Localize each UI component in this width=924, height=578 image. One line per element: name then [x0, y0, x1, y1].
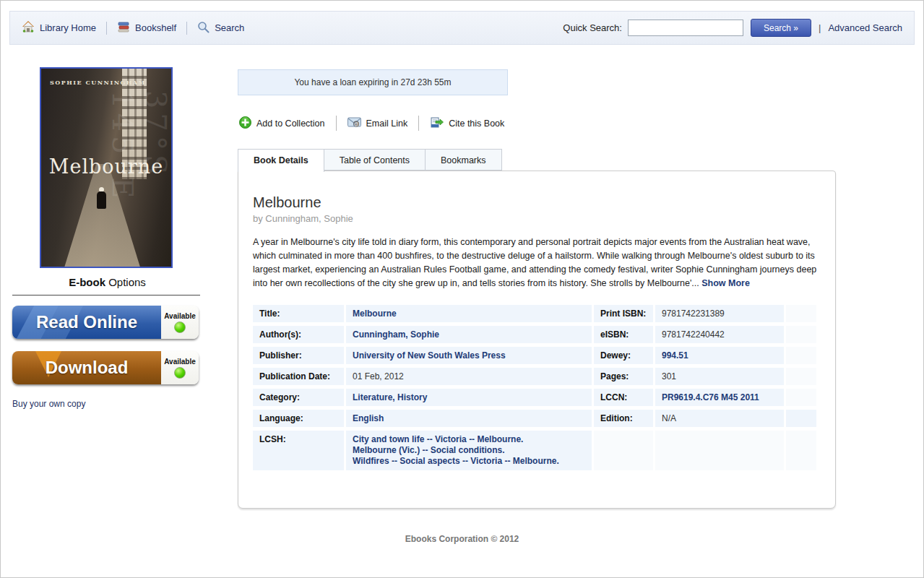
lccn-link[interactable]: PR9619.4.C76 M45 2011 — [662, 392, 759, 402]
table-row: Publication Date: 01 Feb, 2012 Pages: 30… — [253, 368, 816, 385]
cover-author-text: SOPHIE CUNNINGHAM — [50, 79, 146, 86]
detail-tabs: Book Details Table of Contents Bookmarks — [238, 149, 502, 172]
table-row: Publisher: University of New South Wales… — [253, 347, 816, 364]
quick-search-input[interactable] — [628, 20, 743, 36]
field-value-print-isbn: 9781742231389 — [655, 305, 784, 322]
action-divider — [418, 116, 419, 131]
show-more-link[interactable]: Show More — [701, 278, 750, 288]
available-label: Available — [164, 312, 196, 320]
book-metadata-table: Title: Melbourne Print ISBN: 97817422313… — [251, 301, 819, 474]
advanced-search-divider: | — [819, 22, 821, 33]
spacer-cell — [786, 347, 816, 364]
table-row: Title: Melbourne Print ISBN: 97817422313… — [253, 305, 816, 322]
field-value-edition: N/A — [655, 410, 784, 427]
table-row: Language: English Edition: N/A — [253, 410, 816, 427]
svg-text:@: @ — [353, 121, 358, 126]
download-button-body: Download — [12, 351, 161, 384]
lcsh-subject-link[interactable]: Wildfires -- Social aspects -- Victoria … — [353, 456, 585, 467]
field-value-publisher: University of New South Wales Press — [346, 347, 592, 364]
cite-this-book-link[interactable]: Cite this Book — [430, 116, 504, 131]
field-label-language: Language: — [253, 410, 344, 427]
advanced-search-link[interactable]: Advanced Search — [828, 22, 902, 33]
book-details-panel: Melbourne by Cunningham, Sophie A year i… — [238, 171, 836, 509]
quick-search-label: Quick Search: — [563, 22, 622, 33]
field-value-authors: Cunningham, Sophie — [346, 326, 592, 343]
cite-icon — [430, 116, 444, 131]
read-online-label: Read Online — [36, 312, 137, 332]
field-label-category: Category: — [253, 389, 344, 406]
search-icon — [197, 21, 210, 35]
add-to-collection-link[interactable]: Add to Collection — [239, 116, 325, 131]
table-row: Author(s): Cunningham, Sophie eISBN: 978… — [253, 326, 816, 343]
tab-book-details[interactable]: Book Details — [238, 149, 324, 172]
empty-cell — [655, 431, 784, 470]
spacer-cell — [786, 431, 816, 470]
top-navigation-bar: Library Home Bookshelf Search Quick Sear… — [9, 11, 915, 45]
cover-coordinates-art: 37°S 145°E — [106, 90, 173, 267]
category-link[interactable]: Literature, History — [353, 392, 427, 402]
field-value-category: Literature, History — [346, 389, 592, 406]
table-row: Category: Literature, History LCCN: PR96… — [253, 389, 816, 406]
spacer-cell — [786, 326, 816, 343]
read-online-button[interactable]: Read Online Available — [12, 306, 199, 339]
lcsh-subject-link[interactable]: Melbourne (Vic.) -- Social conditions. — [353, 445, 585, 456]
email-envelope-icon: @ — [347, 117, 361, 130]
field-label-authors: Author(s): — [253, 326, 344, 343]
field-label-pages: Pages: — [594, 368, 653, 385]
pages-value: 301 — [662, 371, 676, 381]
available-green-dot-icon — [174, 322, 186, 333]
buy-your-own-copy-link[interactable]: Buy your own copy — [12, 399, 85, 409]
book-byline: by Cunningham, Sophie — [253, 213, 821, 224]
publication-date-value: 01 Feb, 2012 — [353, 371, 404, 381]
field-label-publication-date: Publication Date: — [253, 368, 344, 385]
cite-this-book-label: Cite this Book — [449, 118, 504, 129]
field-value-title: Melbourne — [346, 305, 592, 322]
search-button[interactable]: Search » — [751, 19, 811, 37]
dewey-link[interactable]: 994.51 — [662, 350, 688, 361]
action-divider — [336, 116, 337, 131]
bookshelf-icon — [117, 21, 130, 35]
field-label-lcsh: LCSH: — [253, 431, 344, 470]
empty-cell — [594, 431, 653, 470]
tab-bookmarks[interactable]: Bookmarks — [426, 149, 502, 171]
spacer-cell — [786, 389, 816, 406]
download-button[interactable]: Download Available — [12, 351, 199, 384]
read-online-availability: Available — [161, 306, 199, 339]
edition-value: N/A — [662, 413, 676, 423]
tab-table-of-contents[interactable]: Table of Contents — [324, 149, 426, 171]
language-link[interactable]: English — [353, 413, 384, 423]
nav-bookshelf-label: Bookshelf — [135, 22, 176, 33]
quick-search-area: Quick Search: Search » | Advanced Search — [563, 19, 902, 37]
email-link[interactable]: @ Email Link — [347, 117, 408, 130]
nav-library-home[interactable]: Library Home — [22, 21, 96, 35]
field-value-eisbn: 9781742240442 — [655, 326, 784, 343]
eisbn-value: 9781742240442 — [662, 329, 725, 340]
field-value-lccn: PR9619.4.C76 M45 2011 — [655, 389, 784, 406]
home-icon — [22, 21, 35, 35]
download-label: Download — [46, 358, 129, 378]
spacer-cell — [786, 410, 816, 427]
cover-figure-art — [97, 187, 106, 212]
download-availability: Available — [161, 351, 199, 384]
field-label-title: Title: — [253, 305, 344, 322]
nav-divider — [186, 22, 187, 35]
nav-bookshelf[interactable]: Bookshelf — [117, 21, 176, 35]
spacer-cell — [786, 368, 816, 385]
ebook-options-heading: E-book Options — [1, 276, 214, 288]
available-label: Available — [164, 358, 196, 366]
field-value-publication-date: 01 Feb, 2012 — [346, 368, 592, 385]
author-link[interactable]: Cunningham, Sophie — [353, 329, 439, 340]
lcsh-subject-link[interactable]: City and town life -- Victoria -- Melbou… — [353, 434, 585, 445]
spacer-cell — [786, 305, 816, 322]
field-label-lccn: LCCN: — [594, 389, 653, 406]
field-value-dewey: 994.51 — [655, 347, 784, 364]
field-label-dewey: Dewey: — [594, 347, 653, 364]
publisher-link[interactable]: University of New South Wales Press — [353, 350, 506, 361]
available-green-dot-icon — [174, 367, 186, 379]
title-link[interactable]: Melbourne — [353, 309, 397, 319]
field-label-eisbn: eISBN: — [594, 326, 653, 343]
table-row: LCSH: City and town life -- Victoria -- … — [253, 431, 816, 470]
nav-search[interactable]: Search — [197, 21, 244, 35]
nav-library-home-label: Library Home — [40, 22, 96, 33]
field-value-pages: 301 — [655, 368, 784, 385]
